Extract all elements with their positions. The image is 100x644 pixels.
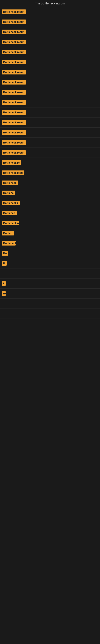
bottleneck-row: Bottleneck result xyxy=(0,138,100,148)
bottleneck-row xyxy=(0,359,100,369)
bottleneck-tag[interactable]: I xyxy=(1,281,6,286)
bottleneck-row: B xyxy=(0,258,100,268)
bottleneck-row: Bottlenec xyxy=(0,208,100,218)
bottleneck-row xyxy=(0,339,100,349)
bottleneck-tag[interactable]: Bottleneck xyxy=(1,241,16,246)
bottleneck-tag[interactable]: Bottleneck xyxy=(1,180,18,185)
bottleneck-row: Bottleneck xyxy=(0,178,100,188)
rows-container: Bottleneck resultBottleneck resultBottle… xyxy=(0,7,100,399)
bottleneck-row xyxy=(0,349,100,359)
bottleneck-row xyxy=(0,329,100,339)
bottleneck-tag[interactable]: Bottleneck re xyxy=(1,221,19,226)
bottleneck-row xyxy=(0,379,100,389)
bottleneck-row: Bottleneck result xyxy=(0,47,100,57)
bottleneck-row: Bottleneck resu xyxy=(0,168,100,178)
bottleneck-row xyxy=(0,268,100,278)
bottleneck-row: Bottleneck result xyxy=(0,37,100,47)
bottleneck-tag[interactable]: Bottleneck r xyxy=(1,201,20,205)
bottleneck-row xyxy=(0,299,100,309)
bottleneck-row: I xyxy=(0,278,100,288)
bottleneck-tag[interactable]: Bottleneck result xyxy=(1,80,26,84)
bottleneck-row xyxy=(0,309,100,319)
bottleneck-tag[interactable]: Bottlene xyxy=(1,190,15,195)
bottleneck-row: Bottleneck result xyxy=(0,17,100,27)
bottleneck-tag[interactable]: Bottleneck result xyxy=(1,150,26,155)
bottleneck-row: Bottlen xyxy=(0,228,100,238)
bottleneck-row xyxy=(0,319,100,329)
bottleneck-row: Bottleneck re xyxy=(0,218,100,228)
bottleneck-row: Bottleneck result xyxy=(0,108,100,118)
bottleneck-tag[interactable]: Bottleneck result xyxy=(1,40,26,44)
bottleneck-row xyxy=(0,369,100,379)
bottleneck-tag[interactable]: Bottleneck result xyxy=(1,30,26,34)
bottleneck-row: Bottleneck result xyxy=(0,87,100,98)
bottleneck-tag[interactable]: Bott xyxy=(1,291,6,296)
bottleneck-tag[interactable]: Bottleneck result xyxy=(1,20,26,24)
bottleneck-tag[interactable]: Bottleneck result xyxy=(1,60,26,64)
bottleneck-tag[interactable]: Bottleneck re xyxy=(1,160,21,165)
bottleneck-tag[interactable]: Bottlen xyxy=(1,231,14,236)
bottleneck-row: Bottleneck result xyxy=(0,77,100,87)
bottleneck-row: Bottleneck result xyxy=(0,57,100,67)
bottleneck-row: Bottleneck result xyxy=(0,98,100,108)
site-title: TheBottlenecker.com xyxy=(0,0,100,7)
bottleneck-tag[interactable]: Bottleneck result xyxy=(1,100,26,105)
bottleneck-row: Bottleneck r xyxy=(0,198,100,208)
bottleneck-tag[interactable]: Bottleneck resu xyxy=(1,170,24,175)
bottleneck-row: Bottleneck xyxy=(0,238,100,248)
bottleneck-row: Bottleneck re xyxy=(0,158,100,168)
bottleneck-tag[interactable]: Bottleneck result xyxy=(1,140,26,145)
bottleneck-tag[interactable]: Bottleneck result xyxy=(1,10,26,14)
bottleneck-tag[interactable]: Bottleneck result xyxy=(1,110,26,115)
bottleneck-row: Bottleneck result xyxy=(0,7,100,17)
bottleneck-row xyxy=(0,389,100,399)
bottleneck-tag[interactable]: Bo xyxy=(1,251,8,256)
bottleneck-row: Bottleneck result xyxy=(0,128,100,138)
bottleneck-row: Bottleneck result xyxy=(0,148,100,158)
bottleneck-tag[interactable]: Bottlenec xyxy=(1,211,17,215)
bottleneck-tag[interactable]: Bottleneck result xyxy=(1,70,26,74)
bottleneck-tag[interactable]: Bottleneck result xyxy=(1,50,26,54)
bottleneck-row: Bottleneck result xyxy=(0,118,100,128)
bottleneck-row: Bottleneck result xyxy=(0,27,100,37)
bottleneck-tag[interactable]: B xyxy=(1,261,7,266)
bottleneck-tag[interactable]: Bottleneck result xyxy=(1,130,26,135)
bottleneck-row: Bottlene xyxy=(0,188,100,198)
bottleneck-row: Bo xyxy=(0,248,100,258)
bottleneck-row: Bottleneck result xyxy=(0,67,100,77)
bottleneck-tag[interactable]: Bottleneck result xyxy=(1,120,26,125)
bottleneck-tag[interactable]: Bottleneck result xyxy=(1,90,26,94)
bottleneck-row: Bott xyxy=(0,288,100,299)
